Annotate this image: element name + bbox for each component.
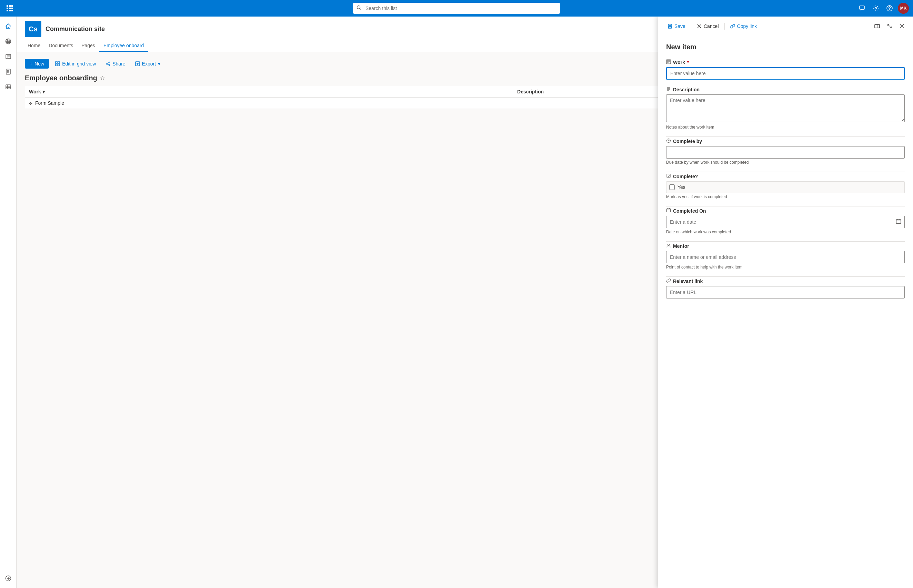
panel-toolbar: Save Cancel Copy link: [658, 16, 913, 36]
avatar[interactable]: MK: [898, 3, 909, 14]
chevron-down-icon: ▾: [158, 61, 160, 66]
field-mentor: Mentor Point of contact to help with the…: [666, 243, 905, 270]
svg-rect-4: [9, 8, 11, 9]
svg-point-40: [106, 63, 107, 65]
favorite-star-icon[interactable]: ☆: [100, 75, 105, 81]
completed-on-icon: [666, 208, 671, 214]
cancel-button[interactable]: Cancel: [693, 21, 723, 31]
field-work: Work *: [666, 59, 905, 80]
rail-add[interactable]: [2, 572, 15, 585]
mentor-input[interactable]: [666, 251, 905, 263]
waffle-menu-button[interactable]: [4, 3, 15, 14]
help-icon[interactable]: [884, 3, 895, 14]
description-input[interactable]: [666, 94, 905, 122]
row-expand-icon[interactable]: ✤: [29, 101, 32, 106]
panel-form: New item Work *: [658, 36, 913, 588]
feedback-icon[interactable]: [856, 3, 868, 14]
svg-point-9: [357, 6, 360, 9]
top-bar: MK: [0, 0, 913, 16]
edit-grid-button[interactable]: Edit in grid view: [52, 59, 99, 69]
chevron-down-icon: ▾: [42, 89, 45, 94]
field-relevant-link-label: Relevant link: [666, 278, 905, 284]
cancel-icon: [697, 24, 701, 29]
field-complete-label: Complete?: [666, 173, 905, 179]
panel-expand-button[interactable]: [884, 21, 895, 32]
complete-checkbox-label: Yes: [677, 184, 685, 190]
share-button[interactable]: Share: [102, 59, 129, 69]
complete-by-icon: [666, 138, 671, 144]
svg-rect-72: [897, 220, 901, 224]
toolbar-separator-2: [724, 23, 725, 30]
export-button[interactable]: Export ▾: [132, 59, 164, 69]
field-completed-on: Completed On Date on: [666, 208, 905, 234]
panel-toolbar-right: [872, 21, 908, 32]
svg-rect-5: [11, 8, 13, 9]
close-panel-button[interactable]: [897, 21, 908, 32]
required-marker: *: [687, 60, 689, 65]
complete-hint: Mark as yes, if work is completed: [666, 194, 905, 199]
work-input[interactable]: [666, 67, 905, 80]
rail-home[interactable]: [2, 19, 15, 33]
save-button[interactable]: Save: [663, 21, 690, 31]
field-divider-1: [666, 136, 905, 137]
nav-pages[interactable]: Pages: [77, 40, 99, 52]
panel-layout-icon: [874, 23, 880, 29]
copy-link-button[interactable]: Copy link: [726, 21, 761, 31]
mentor-hint: Point of contact to help with the work i…: [666, 265, 905, 270]
rail-news[interactable]: [2, 50, 15, 63]
complete-icon: [666, 173, 671, 179]
relevant-link-icon: [666, 278, 671, 284]
settings-icon[interactable]: [870, 3, 881, 14]
share-icon: [105, 61, 110, 66]
field-description: Description Notes about the work item: [666, 87, 905, 129]
panel-view-button[interactable]: [872, 21, 883, 32]
completed-on-input[interactable]: [666, 216, 905, 228]
rail-page[interactable]: [2, 65, 15, 79]
complete-checkbox[interactable]: [669, 184, 675, 190]
app-rail: [0, 16, 16, 588]
rail-list[interactable]: [2, 80, 15, 94]
new-button[interactable]: + New: [25, 59, 49, 69]
complete-by-hint: Due date by when work should be complete…: [666, 160, 905, 165]
field-divider-3: [666, 206, 905, 207]
nav-documents[interactable]: Documents: [44, 40, 77, 52]
svg-rect-38: [58, 64, 60, 66]
field-completed-on-label: Completed On: [666, 208, 905, 214]
svg-rect-49: [669, 27, 671, 28]
completed-on-wrap: [666, 216, 905, 228]
svg-rect-1: [9, 5, 11, 7]
search-icon: [357, 5, 361, 11]
svg-point-39: [109, 62, 110, 63]
svg-point-76: [668, 244, 670, 246]
nav-employee-onboard[interactable]: Employee onboard: [99, 40, 148, 52]
expand-icon: [887, 24, 892, 29]
completed-on-hint: Date on which work was completed: [666, 229, 905, 234]
field-complete-by-label: Complete by: [666, 138, 905, 144]
field-description-label: Description: [666, 87, 905, 92]
relevant-link-input[interactable]: [666, 286, 905, 299]
svg-point-12: [875, 8, 877, 9]
search-bar: [353, 3, 560, 14]
col-work-header[interactable]: Work ▾: [29, 89, 509, 94]
svg-rect-36: [58, 62, 60, 63]
search-input[interactable]: [353, 3, 560, 14]
new-item-panel: Save Cancel Copy link: [658, 16, 913, 588]
svg-rect-28: [6, 85, 11, 89]
svg-rect-7: [9, 10, 11, 11]
svg-line-43: [107, 64, 109, 65]
mentor-icon: [666, 243, 671, 249]
svg-line-42: [107, 63, 109, 63]
svg-rect-35: [55, 62, 57, 63]
link-chain-icon: [730, 24, 735, 29]
svg-rect-68: [667, 209, 671, 212]
nav-home[interactable]: Home: [23, 40, 44, 52]
rail-globe[interactable]: [2, 34, 15, 48]
grid-icon: [55, 61, 60, 66]
export-icon: [135, 61, 140, 66]
field-mentor-label: Mentor: [666, 243, 905, 249]
field-complete: Complete? Yes Mark as yes, if work is co…: [666, 173, 905, 199]
svg-rect-11: [860, 6, 865, 9]
complete-by-input[interactable]: [666, 146, 905, 158]
site-name: Communication site: [45, 26, 105, 33]
date-picker-icon[interactable]: [896, 218, 901, 225]
